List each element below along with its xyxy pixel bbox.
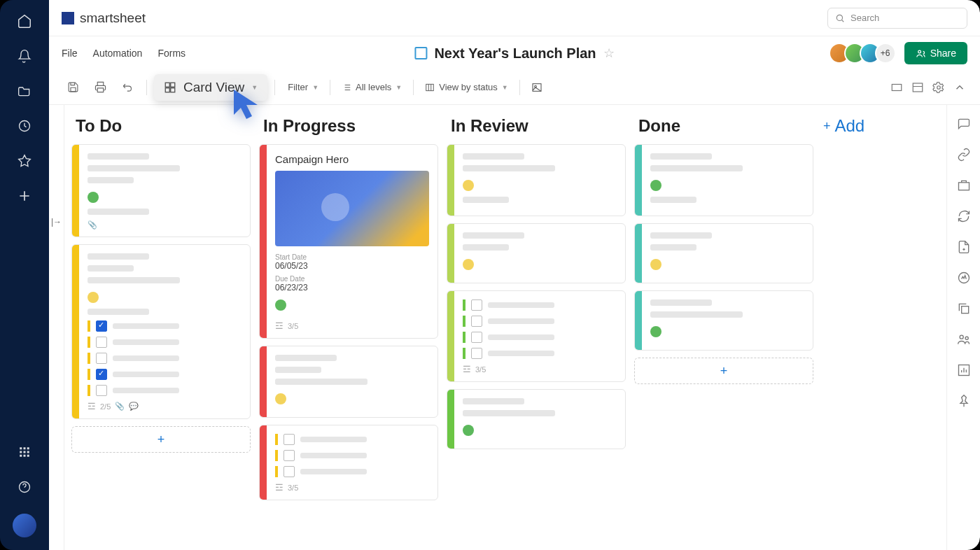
svg-point-12 (918, 50, 920, 53)
logo-mark-icon (62, 12, 74, 24)
status-bar-lime (447, 145, 454, 216)
undo-icon[interactable] (116, 77, 139, 97)
status-bar-lime (447, 224, 454, 283)
status-bar-green (447, 390, 454, 449)
status-dot (463, 259, 474, 270)
collaborators: +6 Share (829, 42, 967, 64)
search-icon (835, 13, 845, 23)
card-campaign-hero[interactable]: Campaign Hero Start Date 06/05/23 Due Da… (259, 144, 438, 339)
share-label: Share (930, 48, 956, 59)
progress-count: 3/5 (288, 322, 298, 330)
status-bar-red (260, 145, 267, 338)
search-input[interactable]: Search (827, 8, 967, 29)
home-icon[interactable] (16, 13, 33, 29)
activity-icon[interactable] (956, 270, 972, 285)
plus-icon[interactable] (16, 188, 33, 204)
comment-icon[interactable] (956, 116, 972, 132)
start-date-label: Start Date (275, 253, 429, 261)
global-nav-rail (0, 0, 49, 550)
briefcase-icon[interactable] (956, 178, 972, 193)
card[interactable] (447, 389, 626, 449)
add-lane: + Add (818, 111, 902, 544)
status-bar-yellow (72, 245, 79, 418)
svg-rect-14 (171, 83, 175, 87)
svg-rect-3 (27, 447, 29, 449)
file-icon[interactable] (956, 239, 972, 255)
more-collaborators[interactable]: +6 (875, 43, 896, 64)
svg-rect-25 (961, 306, 968, 313)
svg-point-11 (836, 15, 842, 20)
toolbar: Card View ▼ Filter▼ All levels▼ View by … (49, 70, 980, 105)
add-card-button[interactable]: + (634, 358, 813, 384)
menu-forms[interactable]: Forms (158, 48, 186, 59)
svg-rect-2 (24, 447, 26, 449)
link-icon[interactable] (956, 147, 972, 162)
svg-rect-9 (27, 455, 29, 457)
view-switcher[interactable]: Card View ▼ (154, 74, 267, 101)
card[interactable] (634, 290, 813, 351)
checklist-icon: ☲ (88, 401, 96, 411)
favorite-toggle[interactable]: ☆ (603, 45, 615, 61)
due-date: 06/23/23 (275, 283, 429, 292)
pin-icon[interactable] (956, 393, 972, 409)
menu-automation[interactable]: Automation (93, 48, 143, 59)
lane-done: Done (630, 111, 818, 544)
card[interactable]: 📎 (71, 144, 251, 237)
card[interactable] (259, 346, 438, 418)
print-icon[interactable] (89, 77, 112, 97)
filter-button[interactable]: Filter▼ (282, 79, 324, 95)
card[interactable]: ☲3/5 (259, 425, 438, 500)
columns-icon (425, 83, 435, 92)
lane-title: Done (634, 111, 813, 144)
progress-count: 2/5 (100, 402, 111, 411)
chart-icon[interactable] (956, 362, 972, 378)
card[interactable] (447, 144, 626, 216)
image-toggle[interactable] (526, 79, 548, 96)
refresh-icon[interactable] (956, 209, 972, 224)
svg-point-22 (937, 85, 941, 89)
chevron-up-icon[interactable] (952, 80, 967, 95)
status-bar-teal (635, 224, 642, 283)
view-by-button[interactable]: View by status▼ (419, 79, 514, 95)
user-avatar[interactable] (13, 514, 36, 537)
comment-icon: 💬 (129, 402, 139, 411)
apps-grid-icon[interactable] (16, 444, 33, 460)
status-bar-lime (447, 291, 454, 381)
copy-icon[interactable] (956, 301, 972, 316)
save-icon[interactable] (62, 77, 85, 97)
svg-rect-16 (171, 87, 175, 92)
card[interactable] (634, 223, 813, 283)
menu-file[interactable]: File (62, 48, 78, 59)
layout-icon[interactable] (910, 80, 925, 95)
card[interactable]: ☲3/5 (447, 290, 626, 382)
people-icon[interactable] (956, 332, 972, 347)
gear-icon[interactable] (931, 80, 946, 95)
svg-rect-15 (165, 87, 169, 92)
card[interactable] (447, 223, 626, 283)
due-date-label: Due Date (275, 275, 429, 283)
add-card-button[interactable]: + (71, 426, 251, 453)
card-image (275, 171, 429, 246)
svg-rect-1 (20, 447, 22, 449)
star-icon[interactable] (16, 153, 33, 169)
help-icon[interactable] (16, 479, 33, 495)
bell-icon[interactable] (16, 48, 33, 64)
brand-logo[interactable]: smartsheet (62, 10, 146, 26)
status-bar-teal (635, 145, 642, 216)
levels-button[interactable]: All levels▼ (336, 79, 407, 95)
card[interactable] (634, 144, 813, 216)
status-bar-red (260, 425, 267, 500)
card[interactable]: ☲2/5 📎 💬 (71, 244, 251, 419)
svg-rect-4 (20, 451, 22, 453)
folder-icon[interactable] (16, 83, 33, 99)
share-button[interactable]: Share (904, 42, 967, 64)
add-lane-label: Add (835, 116, 865, 136)
add-lane-button[interactable]: + Add (823, 116, 896, 136)
clock-icon[interactable] (16, 118, 33, 134)
card-size-icon[interactable] (889, 80, 904, 95)
svg-rect-7 (20, 455, 22, 457)
kanban-board: To Do 📎 (64, 105, 946, 550)
lane-title: To Do (71, 111, 251, 144)
expand-icon[interactable]: |→ (51, 217, 62, 227)
svg-rect-23 (958, 183, 969, 190)
